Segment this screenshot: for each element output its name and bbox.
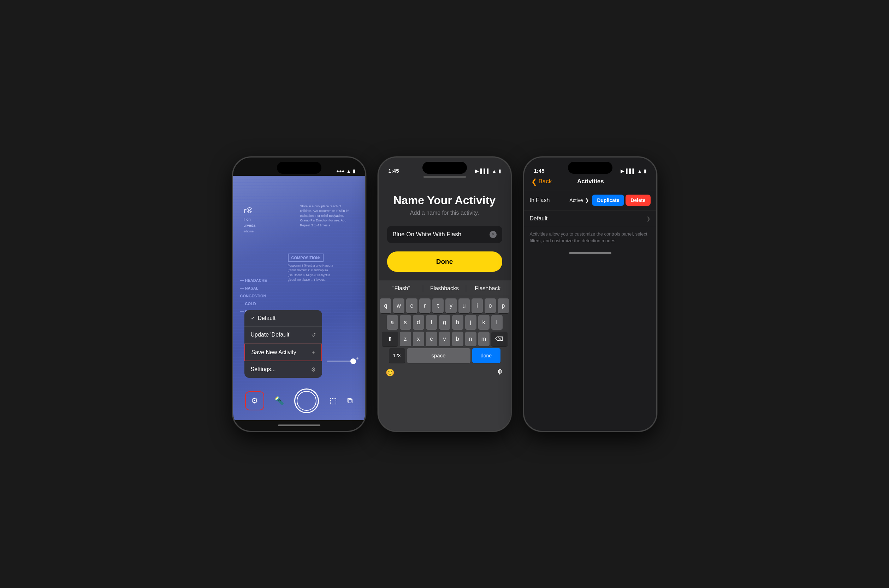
time-2: 1:45 — [388, 168, 399, 174]
gallery-button[interactable]: ⧉ — [347, 396, 353, 405]
settings-button[interactable]: ⚙ — [245, 391, 264, 410]
dynamic-island-3 — [568, 162, 612, 174]
navigation-bar: ❮ Back Activities — [524, 176, 656, 190]
gear-icon-menu: ⚙ — [311, 366, 316, 373]
side-text: Store in a cool place reach of children.… — [300, 204, 350, 228]
key-123[interactable]: 123 — [389, 348, 405, 363]
popup-save-item[interactable]: Save New Activity + — [244, 344, 322, 361]
activity-name-value: Blue On White With Flash — [393, 231, 462, 238]
duplicate-button[interactable]: Duplicate — [592, 195, 624, 206]
key-y[interactable]: y — [445, 298, 457, 313]
plus-icon-slider: + — [356, 356, 359, 361]
activity-row: th Flash Active ❯ Duplicate Delete — [524, 190, 656, 210]
key-t[interactable]: t — [432, 298, 444, 313]
label-headache: — HEADACHE — [240, 276, 270, 284]
signal-icon-2: ▌▌▌ — [480, 168, 490, 174]
key-m[interactable]: m — [478, 332, 490, 346]
location-icon-3: ▶ — [621, 168, 624, 174]
label-cold: — COLD — [240, 300, 270, 308]
bottom-controls: ⚙ 🔦 ⬚ ⧉ — [233, 388, 365, 413]
key-u[interactable]: u — [459, 298, 470, 313]
battery-icon-2: ▮ — [498, 168, 501, 174]
camera-text-area: r® ll on urveda edicine. Store in a cool… — [244, 204, 362, 234]
key-h[interactable]: h — [452, 315, 463, 330]
autocomplete-2[interactable]: Flashbacks — [423, 285, 466, 292]
key-n[interactable]: n — [465, 332, 477, 346]
popup-menu: ✓ Default Update 'Default' ↺ Save New Ac… — [244, 310, 322, 378]
wifi-icon: ▲ — [346, 168, 351, 174]
phone-1: ●●● ▲ ▮ r® ll on urveda edicine. Store i… — [232, 156, 366, 432]
key-space[interactable]: space — [407, 348, 471, 363]
key-j[interactable]: j — [465, 315, 477, 330]
emoji-icon[interactable]: 😊 — [381, 366, 399, 379]
done-button[interactable]: Done — [387, 252, 502, 272]
page-title: Activities — [577, 178, 604, 185]
key-shift[interactable]: ⬆ — [382, 332, 398, 346]
flash-button[interactable]: 🔦 — [274, 396, 284, 405]
key-e[interactable]: e — [406, 298, 417, 313]
checkmark-icon: ✓ — [251, 315, 256, 321]
key-r[interactable]: r — [419, 298, 430, 313]
key-f[interactable]: f — [426, 315, 437, 330]
time-3: 1:45 — [534, 168, 545, 174]
popup-update-item[interactable]: Update 'Default' ↺ — [244, 327, 322, 344]
key-delete[interactable]: ⌫ — [491, 332, 508, 346]
ingredient-list: Peppermint (Mentha arve Karpura (Cinnamo… — [288, 264, 337, 282]
refresh-icon: ↺ — [311, 332, 316, 338]
delete-button[interactable]: Delete — [625, 195, 650, 206]
activity-name-input-row[interactable]: Blue On White With Flash ✕ — [387, 226, 502, 243]
camera-view: r® ll on urveda edicine. Store in a cool… — [233, 176, 365, 420]
key-a[interactable]: a — [387, 315, 398, 330]
key-row-2: a s d f g h j k l — [380, 315, 509, 330]
popup-default-item[interactable]: ✓ Default — [244, 310, 322, 327]
key-v[interactable]: v — [439, 332, 450, 346]
key-x[interactable]: x — [413, 332, 424, 346]
signal-icon: ●●● — [336, 168, 345, 174]
save-new-label: Save New Activity — [252, 349, 296, 356]
key-z[interactable]: z — [400, 332, 411, 346]
key-l[interactable]: l — [491, 315, 502, 330]
active-chevron-icon: ❯ — [585, 197, 589, 203]
autocomplete-row: "Flash" Flashbacks Flashback — [380, 283, 509, 296]
key-s[interactable]: s — [400, 315, 411, 330]
shutter-button[interactable] — [294, 388, 319, 413]
default-row[interactable]: Default ❯ — [524, 210, 656, 227]
status-icons-3: ▶ ▌▌▌ ▲ ▮ — [621, 168, 646, 174]
shutter-inner — [297, 391, 316, 411]
popup-update-label: Update 'Default' — [251, 332, 291, 338]
key-i[interactable]: i — [472, 298, 483, 313]
zoom-slider[interactable] — [327, 361, 355, 362]
key-b[interactable]: b — [452, 332, 463, 346]
key-row-4: 123 space done — [380, 348, 509, 363]
brand4-text: edicine. — [244, 229, 362, 234]
key-q[interactable]: q — [380, 298, 391, 313]
key-g[interactable]: g — [439, 315, 450, 330]
clear-button[interactable]: ✕ — [490, 231, 496, 238]
label-list: — HEADACHE — NASALCONGESTION — COLD — CR… — [240, 276, 270, 315]
home-bar-1 — [278, 424, 320, 426]
dynamic-island-1 — [277, 162, 321, 174]
scan-button[interactable]: ⬚ — [330, 396, 337, 405]
autocomplete-3[interactable]: Flashback — [466, 285, 509, 292]
location-icon: ▶ — [475, 168, 478, 174]
home-indicator-3 — [524, 248, 656, 258]
key-o[interactable]: o — [484, 298, 496, 313]
popup-default-label: ✓ Default — [251, 315, 276, 321]
key-k[interactable]: k — [478, 315, 490, 330]
key-w[interactable]: w — [393, 298, 405, 313]
key-c[interactable]: c — [426, 332, 437, 346]
plus-icon: + — [312, 349, 315, 356]
autocomplete-1[interactable]: "Flash" — [380, 285, 423, 292]
key-d[interactable]: d — [413, 315, 424, 330]
back-button[interactable]: ❮ Back — [531, 177, 552, 186]
popup-settings-item[interactable]: Settings... ⚙ — [244, 361, 322, 378]
phone-2: 1:45 ▶ ▌▌▌ ▲ ▮ Name Your Activity Add a … — [378, 156, 512, 432]
key-p[interactable]: p — [498, 298, 509, 313]
key-done[interactable]: done — [472, 348, 501, 363]
composition-box: COMPOSITION: — [288, 254, 324, 262]
drag-handle — [423, 176, 466, 178]
keyboard: "Flash" Flashbacks Flashback q w e r t y… — [379, 280, 511, 431]
label-nasal: — NASALCONGESTION — [240, 284, 270, 300]
name-activity-screen: Name Your Activity Add a name for this a… — [379, 176, 511, 431]
mic-icon[interactable]: 🎙 — [492, 366, 508, 379]
